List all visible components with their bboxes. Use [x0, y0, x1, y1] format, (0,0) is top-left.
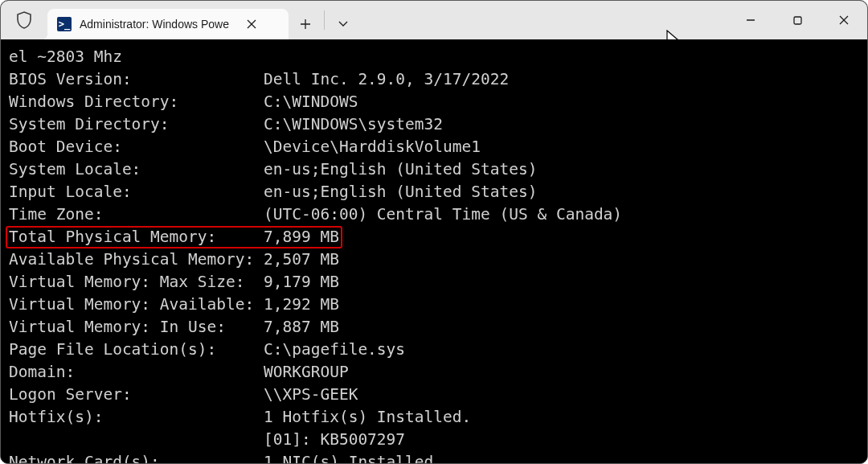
- terminal-line: Windows Directory: C:\WINDOWS: [9, 91, 861, 113]
- tab-close-button[interactable]: [240, 13, 263, 35]
- maximize-icon: [792, 15, 803, 26]
- close-icon: [247, 19, 256, 29]
- terminal-line: Page File Location(s): C:\pagefile.sys: [9, 339, 861, 361]
- minimize-button[interactable]: [727, 1, 774, 39]
- minimize-icon: [745, 14, 756, 26]
- terminal-line: Virtual Memory: Available: 1,292 MB: [9, 294, 861, 316]
- separator: [324, 10, 325, 30]
- maximize-button[interactable]: [774, 1, 821, 39]
- titlebar[interactable]: >_ Administrator: Windows Powe: [1, 1, 867, 39]
- terminal-line: Virtual Memory: Max Size: 9,179 MB: [9, 271, 861, 294]
- shield-icon: [16, 11, 32, 29]
- app-menu-button[interactable]: [1, 1, 47, 39]
- terminal-line: BIOS Version: Dell Inc. 2.9.0, 3/17/2022: [9, 68, 861, 91]
- plus-icon: [300, 18, 311, 30]
- powershell-icon: >_: [57, 17, 72, 31]
- window: >_ Administrator: Windows Powe: [0, 0, 868, 464]
- terminal-line: Input Locale: en-us;English (United Stat…: [9, 181, 861, 203]
- terminal-line: Total Physical Memory: 7,899 MB: [9, 226, 861, 248]
- terminal-line: Boot Device: \Device\HarddiskVolume1: [9, 136, 861, 158]
- new-tab-button[interactable]: [289, 9, 322, 39]
- terminal-line: Network Card(s): 1 NIC(s) Installed.: [9, 451, 861, 463]
- terminal-output[interactable]: el ~2803 MhzBIOS Version: Dell Inc. 2.9.…: [1, 39, 867, 463]
- terminal-line: Hotfix(s): 1 Hotfix(s) Installed.: [9, 406, 861, 429]
- terminal-line: [01]: KB5007297: [9, 429, 861, 451]
- chevron-down-icon: [338, 20, 349, 28]
- new-tab-dropdown-button[interactable]: [326, 9, 360, 39]
- svg-rect-5: [794, 17, 801, 24]
- terminal-line: el ~2803 Mhz: [9, 46, 861, 68]
- terminal-line: Logon Server: \\XPS-GEEK: [9, 384, 861, 406]
- highlighted-line: Total Physical Memory: 7,899 MB: [6, 226, 342, 248]
- terminal-line: Available Physical Memory: 2,507 MB: [9, 248, 861, 271]
- terminal-line: Time Zone: (UTC-06:00) Central Time (US …: [9, 203, 861, 226]
- window-controls: [727, 1, 867, 39]
- terminal-line: Virtual Memory: In Use: 7,887 MB: [9, 316, 861, 339]
- tab-active[interactable]: >_ Administrator: Windows Powe: [47, 9, 289, 39]
- close-icon: [838, 14, 850, 26]
- tab-title: Administrator: Windows Powe: [80, 18, 229, 31]
- terminal-line: System Locale: en-us;English (United Sta…: [9, 158, 861, 181]
- close-window-button[interactable]: [821, 1, 867, 39]
- terminal-line: Domain: WORKGROUP: [9, 361, 861, 384]
- terminal-line: System Directory: C:\WINDOWS\system32: [9, 113, 861, 136]
